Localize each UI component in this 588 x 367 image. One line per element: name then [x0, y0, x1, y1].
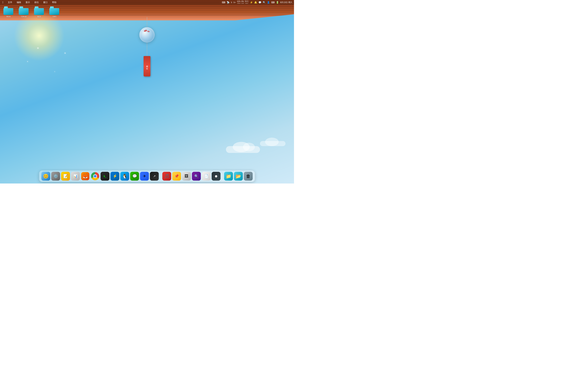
menubar-view[interactable]: 显示 [25, 0, 31, 4]
dock-lark[interactable]: ✈ [140, 172, 149, 181]
sougou2-icon[interactable]: S+ [233, 1, 236, 3]
desktop-icons: Work Github 简历 OBS [2, 7, 61, 18]
folder-tab [19, 7, 23, 8]
menubar:  文件 编辑 显示 前往 窗口 帮助 ⌨ 📡 S S+ 62% MEM 8% … [0, 0, 294, 5]
dock: 😊 ⚙️ 📝 📊 🦊 $_ ⚡ [39, 171, 255, 182]
resume-folder-label: 简历 [37, 16, 41, 18]
dock-firefox[interactable]: 🦊 [81, 172, 90, 181]
github-folder-icon [19, 7, 29, 15]
desktop-folder-resume[interactable]: 简历 [32, 7, 46, 18]
folder-tab [4, 7, 8, 8]
mem-value: 62% [237, 0, 241, 2]
desktop: 風が吹く  文件 编辑 显示 前往 窗口 帮助 ⌨ 📡 S S+ 62% ME… [0, 0, 294, 184]
obs-folder-icon [49, 7, 60, 15]
temp-label: SEN [245, 2, 248, 4]
dock-cursor[interactable]: ↗ [150, 172, 159, 181]
system-stats: 62% MEM 8% SSD 76°C SEN [237, 0, 249, 4]
desktop-folder-obs[interactable]: OBS [48, 7, 61, 18]
dock-activity[interactable]: 📊 [71, 172, 80, 181]
wifi-icon[interactable]: 📡 [227, 1, 230, 4]
obs-folder-label: OBS [52, 16, 56, 18]
apple-menu[interactable]:  [2, 0, 4, 4]
notification-icon[interactable]: 🔔 [254, 1, 257, 4]
cloud-decoration [226, 146, 260, 153]
battery-icon[interactable]: 🔋 [276, 1, 279, 4]
mem-stat: 62% MEM [237, 0, 241, 4]
temp-value: 76°C [245, 0, 248, 2]
sparkle [65, 53, 66, 53]
menubar-left:  文件 编辑 显示 前往 窗口 帮助 [0, 0, 57, 4]
dock-textedit[interactable]: 📄 [202, 172, 211, 181]
dock-folder[interactable]: 📁 [224, 172, 233, 181]
work-folder-icon [3, 7, 14, 15]
dock-trash[interactable]: 🗑 [244, 172, 253, 181]
desktop-folder-work[interactable]: Work [2, 7, 15, 18]
keyboard-icon[interactable]: ⌨ [222, 1, 225, 4]
temp-stat: 76°C SEN [245, 0, 248, 4]
cloud-decoration-2 [260, 141, 285, 146]
menubar-window[interactable]: 窗口 [43, 0, 48, 4]
chime-tag: 風が吹く [144, 56, 150, 76]
sparkle [37, 48, 38, 49]
wechat-menubar-icon[interactable]: 💬 [259, 1, 261, 4]
dock-notes[interactable]: 📝 [61, 172, 70, 181]
bolt-icon[interactable]: ⚡ [250, 1, 253, 4]
folder-body [49, 8, 59, 15]
dock-terminal[interactable]: $_ [101, 172, 109, 181]
dock-preview[interactable]: 🖼 [182, 172, 191, 181]
ssd-value: 8% [242, 0, 244, 2]
chime-ball [139, 27, 155, 42]
mem-label: MEM [237, 2, 241, 4]
dock-proxyman[interactable]: 🔍 [192, 172, 201, 181]
github-folder-label: Github [21, 16, 26, 18]
wind-chime: 風が吹く [139, 17, 155, 76]
folder-tab [35, 7, 38, 8]
folder-tab [50, 7, 54, 8]
menubar-right: ⌨ 📡 S S+ 62% MEM 8% SSD 76°C SEN ⚡ 🔔 [222, 0, 294, 4]
dock-settings[interactable]: ⚙️ [51, 172, 60, 181]
resume-folder-icon [34, 7, 44, 15]
search-icon[interactable]: 🔍 [263, 1, 266, 4]
dock-wechat[interactable]: 💬 [130, 172, 139, 181]
dock-qq[interactable]: 🐧 [120, 172, 129, 181]
user-icon[interactable]: 👤 [267, 1, 270, 4]
folder-body [19, 8, 29, 15]
folder-body [34, 8, 44, 15]
ssd-stat: 8% SSD [241, 0, 244, 4]
desktop-folder-github[interactable]: Github [17, 7, 31, 18]
dock-chrome[interactable] [91, 172, 100, 181]
dock-folder-2[interactable]: 📂 [234, 172, 243, 181]
dock-separator [160, 174, 161, 181]
chime-string-top [147, 17, 147, 27]
chime-string-bottom [147, 42, 147, 56]
folder-body [3, 8, 13, 15]
menubar-help[interactable]: 帮助 [51, 0, 57, 4]
ssd-label: SSD [241, 2, 244, 4]
dock-vscode[interactable]: ⚡ [110, 172, 119, 181]
work-folder-label: Work [6, 16, 10, 18]
chime-tag-text: 風が吹く [146, 64, 148, 68]
sougou-icon[interactable]: S [231, 1, 232, 3]
menubar-app-name[interactable]: 文件 [7, 0, 13, 4]
dock-finder[interactable]: 😊 [41, 172, 50, 181]
menubar-edit[interactable]: 编辑 [16, 0, 22, 4]
sparkle [54, 71, 55, 72]
dock-netease[interactable]: 🎵 [162, 172, 171, 181]
sparkle [27, 61, 28, 62]
datetime-display: 8月13日 周六 [280, 1, 292, 4]
keyboard2-icon[interactable]: ⌨ [271, 1, 275, 4]
dock-stickies[interactable]: 📌 [172, 172, 181, 181]
dock-screenium[interactable]: ⏺ [212, 172, 221, 181]
menubar-go[interactable]: 前往 [34, 0, 39, 4]
